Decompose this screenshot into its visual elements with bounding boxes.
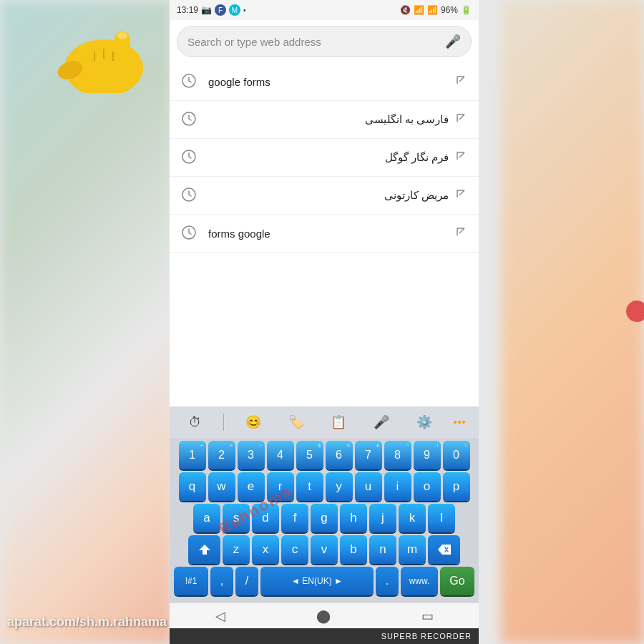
status-m-icon: M bbox=[229, 4, 240, 16]
suggestion-item-3[interactable]: فرم نگار گوگل bbox=[170, 139, 479, 177]
key-i[interactable]: i bbox=[384, 472, 411, 501]
key-w[interactable]: w bbox=[208, 472, 235, 501]
svg-line-19 bbox=[459, 152, 464, 157]
key-k[interactable]: k bbox=[399, 504, 426, 532]
key-lang[interactable]: ◄ EN(UK) ► bbox=[260, 567, 374, 595]
toolbar-divider-1 bbox=[223, 414, 224, 431]
suggestions-list: google forms فارسی به انگلیسی bbox=[170, 63, 479, 406]
background-right bbox=[501, 0, 644, 644]
recorder-text: SUPERB RECORDER bbox=[381, 632, 472, 640]
key-4[interactable]: 4 bbox=[267, 441, 294, 469]
key-v[interactable]: v bbox=[311, 535, 338, 564]
key-a[interactable]: a bbox=[193, 504, 220, 532]
svg-line-15 bbox=[459, 114, 464, 119]
key-comma[interactable]: , bbox=[210, 567, 233, 595]
key-go[interactable]: Go bbox=[440, 567, 474, 595]
signal-icon: 📶 bbox=[427, 5, 438, 15]
keyboard-settings-icon[interactable]: ⚙️ bbox=[411, 411, 438, 433]
key-z[interactable]: z bbox=[223, 535, 250, 564]
key-s[interactable]: s bbox=[223, 504, 250, 532]
wifi-icon: 📶 bbox=[414, 5, 424, 15]
key-5[interactable]: 5$ bbox=[296, 441, 323, 469]
key-f[interactable]: f bbox=[281, 504, 308, 532]
dot-2 bbox=[458, 421, 461, 424]
key-t[interactable]: t bbox=[296, 472, 323, 501]
history-icon-1 bbox=[181, 73, 198, 90]
mic-icon[interactable]: 🎤 bbox=[445, 34, 461, 49]
key-e[interactable]: e bbox=[238, 472, 265, 501]
key-q[interactable]: q bbox=[179, 472, 206, 501]
asdf-row: a s d f g h j k l bbox=[172, 504, 477, 532]
search-bar[interactable]: Search or type web address 🎤 bbox=[177, 26, 472, 57]
keyboard-timer-icon[interactable]: ⏱ bbox=[183, 412, 208, 433]
keyboard-sticker-icon[interactable]: 🏷️ bbox=[283, 411, 310, 433]
floating-circle bbox=[626, 301, 644, 322]
history-icon-3 bbox=[181, 149, 198, 166]
key-r[interactable]: r bbox=[267, 472, 294, 501]
key-slash[interactable]: / bbox=[235, 567, 258, 595]
key-n[interactable]: n bbox=[369, 535, 396, 564]
key-x[interactable]: x bbox=[252, 535, 279, 564]
keyboard-bottom-row: !#1 , / ◄ EN(UK) ► . www. Go bbox=[172, 567, 477, 600]
key-6[interactable]: 6€ bbox=[326, 441, 353, 469]
history-icon-2 bbox=[181, 111, 198, 128]
status-time: 13:19 bbox=[177, 5, 198, 15]
keyboard-mic-icon[interactable]: 🎤 bbox=[368, 411, 395, 433]
keyboard-toolbar: ⏱ 😊 🏷️ 📋 🎤 ⚙️ bbox=[170, 406, 479, 438]
status-f-icon: F bbox=[215, 4, 226, 16]
key-shift[interactable] bbox=[188, 535, 220, 564]
key-j[interactable]: j bbox=[369, 504, 396, 532]
key-m[interactable]: m bbox=[399, 535, 426, 564]
key-p[interactable]: p bbox=[443, 472, 470, 501]
phone-screen: 13:19 📷 F M • 🔇 📶 📶 96% 🔋 Search or type… bbox=[170, 0, 479, 644]
key-7[interactable]: 7£ bbox=[355, 441, 382, 469]
key-www[interactable]: www. bbox=[401, 567, 438, 595]
key-3[interactable]: 3÷ bbox=[238, 441, 265, 469]
key-8[interactable]: 8^ bbox=[384, 441, 411, 469]
zxcv-row: z x c v b n m bbox=[172, 535, 477, 564]
toolbar-more-dots[interactable] bbox=[454, 421, 465, 424]
suggestion-item-5[interactable]: forms google bbox=[170, 215, 479, 253]
number-row: 1+ 2× 3÷ 4 5$ 6€ 7£ 8^ 9! 0= bbox=[172, 441, 477, 469]
key-u[interactable]: u bbox=[355, 472, 382, 501]
suggestion-item-4[interactable]: مریض کارتونی bbox=[170, 177, 479, 215]
key-9[interactable]: 9! bbox=[414, 441, 441, 469]
keyboard-keys: 1+ 2× 3÷ 4 5$ 6€ 7£ 8^ 9! 0= q w e r t y… bbox=[170, 438, 479, 602]
search-placeholder: Search or type web address bbox=[187, 36, 439, 48]
key-h[interactable]: h bbox=[340, 504, 367, 532]
key-l[interactable]: l bbox=[428, 504, 455, 532]
key-d[interactable]: d bbox=[252, 504, 279, 532]
keyboard-emoji-icon[interactable]: 😊 bbox=[240, 411, 267, 433]
key-period[interactable]: . bbox=[376, 567, 399, 595]
key-y[interactable]: y bbox=[326, 472, 353, 501]
suggestion-text-4: مریض کارتونی bbox=[208, 189, 449, 202]
keyboard-clipboard-icon[interactable]: 📋 bbox=[325, 411, 352, 433]
dot-1 bbox=[454, 421, 457, 424]
suggestion-item-1[interactable]: google forms bbox=[170, 63, 479, 101]
arrow-icon-5 bbox=[454, 225, 467, 241]
svg-line-23 bbox=[459, 190, 464, 195]
arrow-icon-1 bbox=[454, 74, 467, 89]
key-1[interactable]: 1+ bbox=[179, 441, 206, 469]
status-dot: • bbox=[243, 6, 246, 14]
status-left: 13:19 📷 F M • bbox=[177, 4, 246, 16]
arrow-icon-3 bbox=[454, 150, 467, 165]
key-g[interactable]: g bbox=[311, 504, 338, 532]
svg-marker-28 bbox=[199, 545, 210, 555]
key-o[interactable]: o bbox=[414, 472, 441, 501]
key-0[interactable]: 0= bbox=[443, 441, 470, 469]
key-2[interactable]: 2× bbox=[208, 441, 235, 469]
aparat-watermark: aparat.com/sh.m.rahnama bbox=[0, 615, 329, 630]
background-left bbox=[0, 0, 172, 644]
hand-pointer bbox=[43, 21, 165, 93]
key-c[interactable]: c bbox=[281, 535, 308, 564]
status-video-icon: 📷 bbox=[201, 5, 212, 15]
suggestion-text-1: google forms bbox=[208, 76, 449, 88]
status-bar: 13:19 📷 F M • 🔇 📶 📶 96% 🔋 bbox=[170, 0, 479, 20]
dot-3 bbox=[462, 421, 465, 424]
suggestion-item-2[interactable]: فارسی به انگلیسی bbox=[170, 101, 479, 139]
key-b[interactable]: b bbox=[340, 535, 367, 564]
key-backspace[interactable] bbox=[428, 535, 460, 564]
key-sym[interactable]: !#1 bbox=[174, 567, 208, 595]
nav-recent-icon[interactable]: ▭ bbox=[421, 608, 434, 624]
